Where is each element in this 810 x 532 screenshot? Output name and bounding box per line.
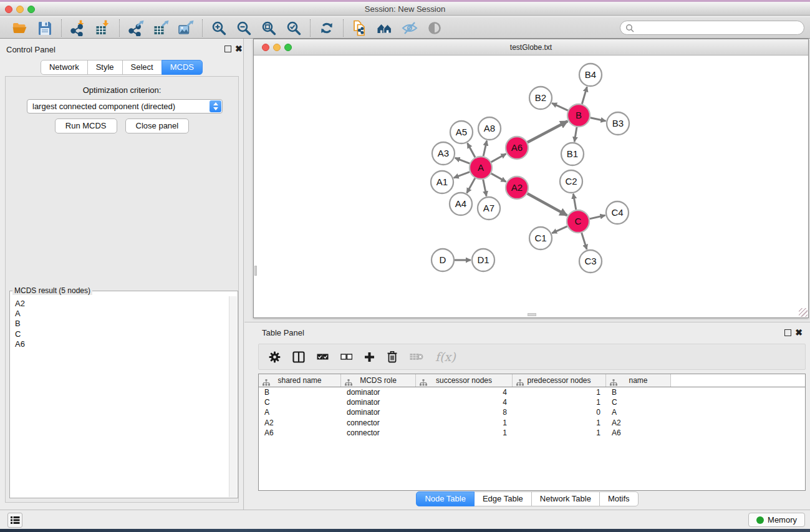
edge-A-A4[interactable] xyxy=(467,178,475,193)
node-D[interactable]: D xyxy=(432,249,454,271)
zoom-in-button[interactable] xyxy=(206,19,231,37)
node-B1[interactable]: B1 xyxy=(561,143,584,165)
table-cell[interactable]: 1 xyxy=(513,418,606,428)
tab-network[interactable]: Network xyxy=(41,60,88,75)
node-A4[interactable]: A4 xyxy=(450,193,472,215)
node-B[interactable]: B xyxy=(567,104,590,127)
close-panel-button[interactable]: Close panel xyxy=(125,118,190,133)
save-session-button[interactable] xyxy=(32,19,57,37)
table-row[interactable]: A2connector11A2 xyxy=(259,418,805,428)
import-network-button[interactable] xyxy=(65,19,90,37)
first-neighbors-button[interactable] xyxy=(372,19,397,37)
export-image-button[interactable] xyxy=(173,19,198,37)
node-B3[interactable]: B3 xyxy=(607,112,629,135)
column-header-predecessor-nodes[interactable]: predecessor nodes xyxy=(513,374,606,387)
open-session-button[interactable] xyxy=(7,19,32,37)
table-tab-network-table[interactable]: Network Table xyxy=(531,491,600,506)
table-cell[interactable]: A2 xyxy=(606,418,671,428)
table-settings-button[interactable] xyxy=(269,351,281,363)
table-tab-node-table[interactable]: Node Table xyxy=(416,491,475,506)
edge-A-A6[interactable] xyxy=(491,154,506,162)
table-cell[interactable]: B xyxy=(259,387,341,397)
node-A6[interactable]: A6 xyxy=(506,137,528,159)
table-cell[interactable]: connector xyxy=(341,418,416,428)
table-cell[interactable]: dominator xyxy=(341,397,416,407)
node-C[interactable]: C xyxy=(567,210,589,233)
tab-style[interactable]: Style xyxy=(87,60,123,75)
horizontal-scrollbar-grip[interactable] xyxy=(528,313,536,316)
float-table-panel-icon[interactable] xyxy=(784,329,791,336)
column-header-successor-nodes[interactable]: successor nodes xyxy=(416,374,513,387)
show-all-button[interactable] xyxy=(422,19,447,37)
deselect-all-button[interactable] xyxy=(340,353,352,360)
result-scrollbar[interactable] xyxy=(229,296,237,497)
import-table-button[interactable] xyxy=(90,19,115,37)
close-panel-icon[interactable]: ✖ xyxy=(235,44,243,54)
table-cell[interactable]: 4 xyxy=(416,387,513,397)
node-B4[interactable]: B4 xyxy=(579,64,602,86)
result-item[interactable]: A6 xyxy=(15,339,229,349)
edge-A6-B[interactable] xyxy=(528,121,567,142)
table-cell[interactable]: A xyxy=(259,407,341,417)
select-all-button[interactable] xyxy=(317,353,329,360)
delete-table-button[interactable] xyxy=(410,352,423,361)
close-table-panel-icon[interactable]: ✖ xyxy=(795,327,803,337)
edge-B-B4[interactable] xyxy=(582,87,587,104)
zoom-out-button[interactable] xyxy=(231,19,256,37)
run-mcds-button[interactable]: Run MCDS xyxy=(55,118,117,133)
table-cell[interactable]: 1 xyxy=(513,428,606,438)
node-C1[interactable]: C1 xyxy=(529,227,552,249)
edge-C-C1[interactable] xyxy=(552,226,567,233)
column-header-name[interactable]: name xyxy=(606,374,671,387)
result-item[interactable]: A2 xyxy=(15,299,229,309)
show-columns-button[interactable] xyxy=(292,351,305,363)
node-A2[interactable]: A2 xyxy=(506,177,528,199)
edge-A2-C[interactable] xyxy=(528,193,567,215)
column-header-MCDS-role[interactable]: MCDS role xyxy=(341,374,416,387)
table-cell[interactable]: C xyxy=(606,397,671,407)
column-header-shared-name[interactable]: shared name xyxy=(259,374,341,387)
edge-A-A7[interactable] xyxy=(483,180,486,196)
edge-A-A2[interactable] xyxy=(491,173,506,181)
zoom-fit-button[interactable] xyxy=(256,19,281,37)
table-cell[interactable]: A6 xyxy=(606,428,671,438)
node-A[interactable]: A xyxy=(470,157,492,179)
network-graph[interactable]: AA1A2A3A4A5A6A7A8BB1B2B3B4CC1C2C3C4DD1 xyxy=(254,56,808,317)
result-item[interactable]: B xyxy=(15,319,229,329)
table-cell[interactable]: dominator xyxy=(341,387,416,397)
search-input[interactable] xyxy=(620,21,804,35)
table-cell[interactable]: A2 xyxy=(259,418,341,428)
table-cell[interactable]: 1 xyxy=(416,418,513,428)
node-A8[interactable]: A8 xyxy=(478,117,501,140)
node-B2[interactable]: B2 xyxy=(529,87,552,109)
float-panel-icon[interactable] xyxy=(224,46,231,52)
table-row[interactable]: Adominator80A xyxy=(259,407,805,417)
edge-A-A5[interactable] xyxy=(468,143,475,158)
node-D1[interactable]: D1 xyxy=(472,249,494,271)
edge-A-A3[interactable] xyxy=(455,158,470,163)
vertical-scrollbar-grip[interactable] xyxy=(254,266,257,276)
result-item[interactable]: C xyxy=(15,329,229,339)
edge-B-B3[interactable] xyxy=(591,118,606,121)
memory-button[interactable]: Memory xyxy=(748,513,805,527)
zoom-selected-button[interactable] xyxy=(281,19,306,37)
table-cell[interactable]: A6 xyxy=(259,428,341,438)
edge-C-C3[interactable] xyxy=(582,233,587,249)
edge-A-A8[interactable] xyxy=(483,141,487,157)
apply-layout-button[interactable] xyxy=(314,19,339,37)
table-cell[interactable]: C xyxy=(259,397,341,407)
table-row[interactable]: A6connector11A6 xyxy=(259,428,805,438)
edge-B-B2[interactable] xyxy=(552,103,568,110)
new-network-from-selection-button[interactable] xyxy=(347,19,372,37)
optimization-criterion-select[interactable]: largest connected component (directed) xyxy=(27,99,223,114)
node-C2[interactable]: C2 xyxy=(560,170,582,193)
table-cell[interactable]: 1 xyxy=(513,397,606,407)
table-cell[interactable]: connector xyxy=(341,428,416,438)
function-builder-button[interactable]: f(x) xyxy=(435,350,456,364)
add-column-button[interactable] xyxy=(364,352,375,362)
tab-mcds[interactable]: MCDS xyxy=(162,60,203,75)
node-A5[interactable]: A5 xyxy=(450,121,473,143)
table-cell[interactable]: 0 xyxy=(513,407,606,417)
node-C4[interactable]: C4 xyxy=(606,201,629,224)
table-tab-edge-table[interactable]: Edge Table xyxy=(474,491,532,506)
